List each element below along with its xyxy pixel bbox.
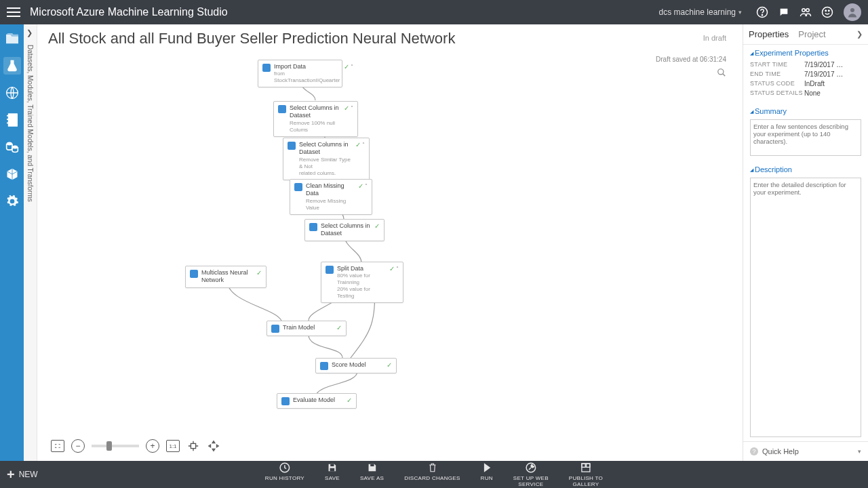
- chat-icon[interactable]: [776, 5, 791, 20]
- chevron-right-icon[interactable]: ❯: [856, 30, 863, 39]
- check-icon: ✓: [256, 269, 262, 277]
- palette-panel[interactable]: ❯ Datasets, Modules, Trained Models, and…: [24, 24, 37, 461]
- svg-point-1: [762, 15, 762, 16]
- description-input[interactable]: [750, 178, 861, 437]
- check-icon: ✓: [387, 361, 392, 369]
- pan-button[interactable]: [207, 440, 220, 452]
- run-history-button[interactable]: RUN HISTORY: [265, 462, 304, 487]
- fit-to-screen-button[interactable]: ⛶: [51, 440, 64, 452]
- zoom-out-button[interactable]: −: [71, 439, 85, 453]
- node-clean-missing[interactable]: Clean Missing DataRemove Missing Value ✓…: [290, 179, 372, 215]
- node-score-model[interactable]: Score Model ✓: [315, 358, 397, 373]
- sidebar-item-web-services[interactable]: [3, 84, 21, 102]
- chevron-up-icon[interactable]: ˄: [365, 183, 368, 189]
- section-experiment-properties[interactable]: Experiment Properties: [750, 49, 861, 57]
- zoom-in-button[interactable]: +: [146, 439, 159, 453]
- sidebar-item-datasets[interactable]: [3, 138, 21, 156]
- chevron-up-icon[interactable]: ˄: [351, 105, 353, 111]
- module-icon: [309, 223, 317, 231]
- saved-timestamp: Draft saved at 06:31:24: [656, 56, 726, 63]
- svg-rect-9: [7, 113, 17, 127]
- save-as-button[interactable]: SAVE AS: [360, 462, 384, 487]
- quick-help[interactable]: Quick Help: [743, 441, 868, 461]
- search-icon[interactable]: [717, 68, 726, 80]
- save-button[interactable]: SAVE: [325, 462, 340, 487]
- module-icon: [281, 397, 290, 405]
- canvas-controls: ⛶ − + 1:1: [51, 439, 220, 453]
- svg-rect-18: [330, 464, 334, 466]
- check-icon: ✓: [344, 63, 349, 70]
- node-import-data[interactable]: Import DatafromStockTransactionIIQuearte…: [258, 60, 342, 87]
- node-train-model[interactable]: Train Model ✓: [267, 321, 347, 336]
- svg-point-13: [6, 142, 12, 146]
- check-icon: ✓: [374, 222, 380, 230]
- chevron-right-icon[interactable]: ❯: [26, 28, 33, 37]
- sidebar-item-projects[interactable]: [3, 30, 21, 47]
- svg-rect-10: [7, 115, 9, 117]
- check-icon: ✓: [358, 182, 363, 190]
- experiment-canvas[interactable]: All Stock and all Fund Buyer Seller Pred…: [37, 24, 743, 461]
- chevron-up-icon[interactable]: ˄: [362, 142, 365, 148]
- sidebar-item-notebooks[interactable]: [3, 111, 21, 129]
- save-as-icon: [367, 462, 378, 474]
- tab-properties[interactable]: Properties: [749, 29, 789, 39]
- properties-panel: Properties Project ❯ Experiment Properti…: [743, 24, 868, 461]
- wrench-icon: [525, 462, 537, 474]
- smile-icon[interactable]: [820, 5, 835, 20]
- setup-web-service-button[interactable]: SET UP WEB SERVICE: [513, 462, 549, 487]
- publish-button[interactable]: PUBLISH TO GALLERY: [569, 462, 603, 487]
- experiment-title[interactable]: All Stock and all Fund Buyer Seller Pred…: [48, 30, 455, 47]
- people-icon[interactable]: [798, 5, 813, 20]
- gallery-icon: [580, 462, 591, 474]
- section-description[interactable]: Description: [750, 165, 861, 174]
- run-button[interactable]: RUN: [481, 462, 493, 487]
- svg-point-14: [12, 146, 18, 149]
- section-summary[interactable]: Summary: [750, 107, 861, 115]
- sidebar-item-experiments[interactable]: [3, 57, 21, 75]
- palette-label: Datasets, Modules, Trained Models, and T…: [26, 45, 34, 202]
- check-icon: ✓: [389, 265, 395, 272]
- node-select-columns-3[interactable]: Select Columns in Dataset ✓: [304, 219, 384, 241]
- svg-point-3: [806, 9, 810, 12]
- module-icon: [288, 142, 296, 150]
- zoom-slider[interactable]: [92, 445, 139, 447]
- menu-icon[interactable]: [7, 7, 20, 17]
- check-icon: ✓: [336, 324, 342, 331]
- trash-icon: [427, 462, 437, 474]
- actual-size-button[interactable]: 1:1: [166, 440, 180, 452]
- svg-rect-16: [191, 443, 195, 448]
- node-split-data[interactable]: Split Data80% value for Trainning20% val…: [321, 262, 403, 303]
- svg-rect-24: [587, 464, 590, 467]
- sidebar-item-models[interactable]: [3, 165, 21, 183]
- sidebar: [0, 24, 24, 461]
- node-evaluate-model[interactable]: Evaluate Model ✓: [277, 393, 357, 409]
- status-badge: In draft: [703, 34, 726, 42]
- discard-button[interactable]: DISCARD CHANGES: [404, 462, 460, 487]
- minimap-button[interactable]: [186, 440, 200, 452]
- svg-point-4: [823, 7, 833, 18]
- tab-project[interactable]: Project: [798, 29, 825, 39]
- summary-input[interactable]: [750, 119, 861, 156]
- chevron-up-icon[interactable]: ˄: [351, 64, 353, 70]
- module-icon: [190, 270, 198, 278]
- module-icon: [294, 183, 302, 191]
- chevron-up-icon[interactable]: ˄: [396, 266, 399, 272]
- workspace-selector[interactable]: dcs machine learning: [659, 7, 742, 17]
- module-icon: [271, 325, 279, 333]
- avatar[interactable]: [844, 3, 861, 21]
- app-title: Microsoft Azure Machine Learning Studio: [30, 6, 228, 18]
- node-select-columns-1[interactable]: Select Columns in DatasetRemove 100% nul…: [273, 101, 358, 137]
- history-icon: [279, 462, 291, 474]
- module-icon: [278, 105, 286, 113]
- node-multiclass-nn[interactable]: Multiclass Neural Network ✓: [185, 266, 267, 288]
- sidebar-item-settings[interactable]: [3, 192, 21, 210]
- edges: [37, 24, 743, 461]
- check-icon: ✓: [347, 396, 352, 404]
- node-select-columns-2[interactable]: Select Columns in DatasetRemove Similar …: [283, 138, 370, 180]
- svg-rect-19: [330, 468, 335, 472]
- help-icon[interactable]: [755, 5, 770, 20]
- svg-rect-23: [582, 464, 585, 467]
- module-icon: [326, 266, 334, 274]
- module-icon: [320, 362, 328, 370]
- new-button[interactable]: +NEW: [7, 468, 38, 481]
